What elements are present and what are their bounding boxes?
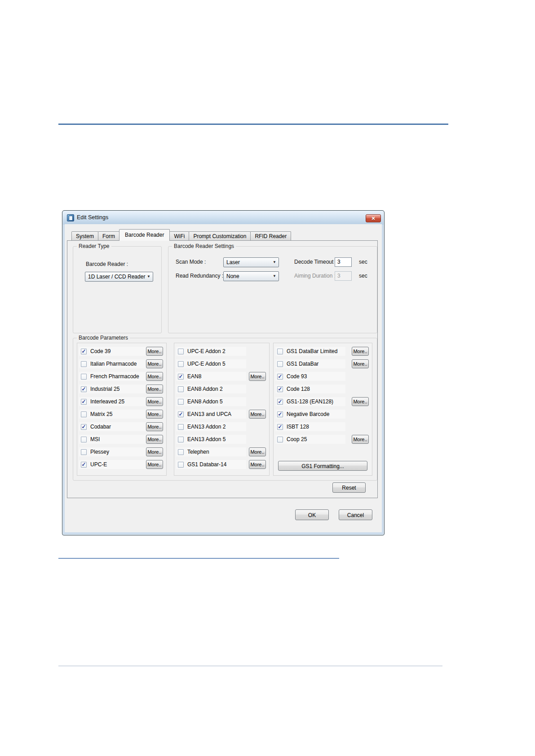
more-button-interleaved-25[interactable]: More..: [146, 397, 163, 406]
checkbox-industrial-25[interactable]: ✓: [81, 386, 87, 392]
param-row-ean13-addon-2: EAN13 Addon 2: [176, 422, 267, 431]
parameters-column-3: GS1 Formatting... GS1 DataBar LimitedMor…: [273, 343, 372, 476]
checkbox-gs1-databar-limited[interactable]: [277, 349, 283, 354]
more-button-codabar[interactable]: More..: [146, 422, 163, 431]
cancel-button[interactable]: Cancel: [339, 509, 372, 520]
param-label: GS1 DataBar Limited: [287, 348, 337, 354]
param-row-strip: ✓EAN13 and UPCA: [176, 410, 246, 419]
more-button-italian-pharmacode[interactable]: More..: [146, 359, 163, 368]
chevron-down-icon: ▼: [273, 272, 276, 281]
more-button-plessey[interactable]: More..: [146, 447, 163, 456]
more-button-ean8[interactable]: More..: [249, 372, 266, 381]
param-row-ean13-and-upca: ✓EAN13 and UPCAMore..: [176, 410, 267, 419]
tab-rfid-reader[interactable]: RFID Reader: [250, 231, 291, 241]
param-label: Industrial 25: [90, 386, 119, 392]
checkbox-matrix-25[interactable]: [81, 411, 87, 417]
param-label: EAN13 Addon 5: [187, 436, 225, 442]
checkbox-msi[interactable]: [81, 437, 87, 442]
param-row-strip: ✓GS1-128 (EAN128): [275, 397, 345, 406]
more-button-gs1-databar-limited[interactable]: More..: [352, 347, 369, 356]
reset-button[interactable]: Reset: [332, 482, 366, 493]
more-button-industrial-25[interactable]: More..: [146, 385, 163, 393]
top-divider-rule: [58, 124, 448, 125]
param-row-strip: ✓Code 39: [79, 347, 149, 356]
tab-system[interactable]: System: [71, 231, 98, 241]
param-row-strip: ✓EAN8: [176, 372, 246, 381]
reader-type-group: Reader Type Barcode Reader : 1D Laser / …: [73, 246, 162, 333]
param-row-matrix-25: Matrix 25More..: [79, 410, 164, 419]
param-row-strip: French Pharmacode: [79, 372, 149, 381]
param-label: GS1 Databar-14: [187, 461, 226, 468]
param-row-strip: Matrix 25: [79, 410, 149, 419]
checkbox-gs1-128-ean128[interactable]: ✓: [277, 399, 283, 405]
more-button-gs1-databar[interactable]: More..: [352, 359, 369, 368]
param-row-code-128: ✓Code 128: [275, 385, 370, 393]
param-label: Matrix 25: [90, 411, 112, 417]
gs1-formatting-button[interactable]: GS1 Formatting...: [278, 461, 367, 471]
more-button-gs1-databar-14[interactable]: More..: [249, 460, 266, 469]
more-button-ean13-and-upca[interactable]: More..: [249, 410, 266, 419]
decode-timeout-label: Decode Timeout :: [294, 259, 336, 265]
more-button-telephen[interactable]: More..: [249, 447, 266, 456]
param-row-negative-barcode: ✓Negative Barcode: [275, 410, 370, 419]
more-button-code-39[interactable]: More..: [146, 347, 163, 356]
checkbox-gs1-databar[interactable]: [277, 361, 283, 367]
param-row-strip: GS1 Databar-14: [176, 460, 246, 469]
scan-mode-dropdown[interactable]: Laser ▼: [223, 257, 279, 267]
more-button-matrix-25[interactable]: More..: [146, 410, 163, 419]
checkbox-ean8[interactable]: ✓: [178, 374, 184, 380]
app-icon: [67, 214, 74, 221]
title-bar[interactable]: Edit Settings ✕: [63, 211, 384, 225]
param-row-code-93: ✓Code 93: [275, 372, 370, 381]
checkbox-ean13-addon-5[interactable]: [178, 437, 184, 442]
param-row-gs1-128-ean128: ✓GS1-128 (EAN128)More..: [275, 397, 370, 406]
checkbox-plessey[interactable]: [81, 449, 87, 455]
param-row-gs1-databar-14: GS1 Databar-14More..: [176, 460, 267, 469]
param-row-ean13-addon-5: EAN13 Addon 5: [176, 435, 267, 444]
param-row-strip: ✓UPC-E: [79, 460, 149, 469]
tab-form[interactable]: Form: [98, 231, 119, 241]
tab-wifi[interactable]: WiFi: [169, 231, 189, 241]
checkbox-upc-e-addon-5[interactable]: [178, 361, 184, 367]
barcode-reader-dropdown[interactable]: 1D Laser / CCD Reader ▼: [85, 272, 153, 282]
more-button-coop-25[interactable]: More..: [352, 435, 369, 444]
param-label: Plessey: [90, 449, 109, 455]
checkbox-isbt-128[interactable]: ✓: [277, 424, 283, 430]
checkbox-upc-e[interactable]: ✓: [81, 462, 87, 468]
checkbox-telephen[interactable]: [178, 449, 184, 455]
tab-barcode-reader[interactable]: Barcode Reader: [119, 229, 170, 241]
param-row-strip: Italian Pharmacode: [79, 359, 149, 368]
checkbox-gs1-databar-14[interactable]: [178, 462, 184, 468]
param-label: Negative Barcode: [287, 411, 329, 417]
checkbox-ean8-addon-2[interactable]: [178, 386, 184, 392]
more-button-upc-e[interactable]: More..: [146, 460, 163, 469]
edit-settings-dialog: Edit Settings ✕ SystemFormBarcode Reader…: [62, 210, 385, 535]
tab-prompt-customization[interactable]: Prompt Customization: [189, 231, 251, 241]
checkbox-codabar[interactable]: ✓: [81, 424, 87, 430]
param-label: UPC-E Addon 5: [187, 361, 225, 367]
checkbox-ean8-addon-5[interactable]: [178, 399, 184, 405]
more-button-french-pharmacode[interactable]: More..: [146, 372, 163, 381]
checkbox-ean13-addon-2[interactable]: [178, 424, 184, 430]
parameters-column-2: UPC-E Addon 2UPC-E Addon 5✓EAN8More..EAN…: [174, 343, 270, 476]
param-row-ean8: ✓EAN8More..: [176, 372, 267, 381]
checkbox-code-93[interactable]: ✓: [277, 374, 283, 380]
more-button-gs1-128-ean128[interactable]: More..: [352, 397, 369, 406]
checkbox-italian-pharmacode[interactable]: [81, 361, 87, 367]
checkbox-code-39[interactable]: ✓: [81, 349, 87, 354]
checkbox-negative-barcode[interactable]: ✓: [277, 411, 283, 417]
checkbox-interleaved-25[interactable]: ✓: [81, 399, 87, 405]
close-icon: ✕: [371, 216, 375, 221]
decode-timeout-field[interactable]: 3: [335, 257, 352, 267]
barcode-reader-label: Barcode Reader :: [86, 261, 128, 267]
read-redundancy-dropdown[interactable]: None ▼: [223, 271, 279, 281]
checkbox-code-128[interactable]: ✓: [277, 386, 283, 392]
more-button-msi[interactable]: More..: [146, 435, 163, 444]
close-button[interactable]: ✕: [366, 214, 381, 222]
checkbox-upc-e-addon-2[interactable]: [178, 349, 184, 354]
ok-button[interactable]: OK: [295, 509, 329, 520]
checkbox-coop-25[interactable]: [277, 437, 283, 442]
param-row-upc-e: ✓UPC-EMore..: [79, 460, 164, 469]
checkbox-french-pharmacode[interactable]: [81, 374, 87, 380]
checkbox-ean13-and-upca[interactable]: ✓: [178, 411, 184, 417]
